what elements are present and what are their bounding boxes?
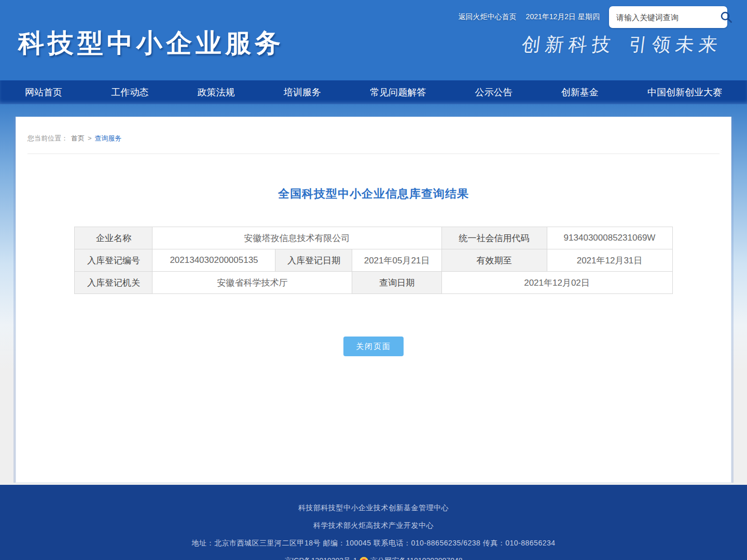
search-icon[interactable] <box>720 10 733 24</box>
credit-code-value: 91340300085231069W <box>547 227 672 249</box>
query-date-label: 查询日期 <box>352 272 441 294</box>
credit-code-label: 统一社会信用代码 <box>441 227 547 249</box>
footer-org-line-1: 科技部科技型中小企业技术创新基金管理中心 <box>0 503 747 513</box>
close-page-button[interactable]: 关闭页面 <box>343 337 404 356</box>
registration-authority-value: 安徽省科学技术厅 <box>153 272 352 294</box>
search-box[interactable] <box>609 6 727 28</box>
nav-item-announcements[interactable]: 公示公告 <box>475 86 512 99</box>
nav-item-home[interactable]: 网站首页 <box>25 86 62 99</box>
registration-date-value: 2021年05月21日 <box>352 249 441 272</box>
breadcrumb-home-link[interactable]: 首页 <box>71 134 85 142</box>
slogan-part-1: 创新科技 <box>521 34 617 55</box>
public-security-badge-icon <box>359 557 368 560</box>
footer-contact-line: 地址：北京市西城区三里河二区甲18号 邮编：100045 联系电话：010-88… <box>0 539 747 548</box>
main-nav: 网站首页 工作动态 政策法规 培训服务 常见问题解答 公示公告 创新基金 中国创… <box>0 80 747 104</box>
site-slogan: 创新科技引领未来 <box>520 32 724 58</box>
table-row: 企业名称 安徽塔孜信息技术有限公司 统一社会信用代码 9134030008523… <box>75 227 672 249</box>
query-result-table: 企业名称 安徽塔孜信息技术有限公司 统一社会信用代码 9134030008523… <box>74 227 672 294</box>
page-background: 您当前位置：首页>查询服务 全国科技型中小企业信息库查询结果 企业名称 安徽塔孜… <box>0 104 747 485</box>
nav-item-policies[interactable]: 政策法规 <box>198 86 235 99</box>
table-row: 入库登记编号 202134030200005135 入库登记日期 2021年05… <box>75 249 672 272</box>
icp-record-link[interactable]: 京ICP备13019302号-1 <box>284 556 357 560</box>
content-panel: 您当前位置：首页>查询服务 全国科技型中小企业信息库查询结果 企业名称 安徽塔孜… <box>16 117 731 483</box>
breadcrumb-prefix: 您当前位置： <box>27 134 68 142</box>
header-top-bar: 返回火炬中心首页 2021年12月2日 星期四 <box>459 6 727 28</box>
page-title: 全国科技型中小企业信息库查询结果 <box>16 186 731 202</box>
breadcrumb-separator: > <box>88 134 92 142</box>
registration-authority-label: 入库登记机关 <box>75 272 153 294</box>
nav-item-faq[interactable]: 常见问题解答 <box>370 86 426 99</box>
nav-item-training[interactable]: 培训服务 <box>284 86 321 99</box>
footer-org-line-2: 科学技术部火炬高技术产业开发中心 <box>0 521 747 530</box>
back-to-torch-center-link[interactable]: 返回火炬中心首页 <box>459 12 517 22</box>
nav-item-innovation-competition[interactable]: 中国创新创业大赛 <box>647 86 722 99</box>
search-input[interactable] <box>616 13 720 22</box>
breadcrumb: 您当前位置：首页>查询服务 <box>27 117 720 154</box>
police-record-link[interactable]: 京公网安备11010202007048 <box>370 556 463 560</box>
button-row: 关闭页面 <box>16 337 731 356</box>
footer-icp-line: 京ICP备13019302号-1 京公网安备11010202007048 <box>0 556 747 560</box>
table-row: 入库登记机关 安徽省科学技术厅 查询日期 2021年12月02日 <box>75 272 672 294</box>
slogan-part-2: 引领未来 <box>628 34 724 55</box>
company-name-label: 企业名称 <box>75 227 153 249</box>
site-footer: 科技部科技型中小企业技术创新基金管理中心 科学技术部火炬高技术产业开发中心 地址… <box>0 485 747 560</box>
valid-until-label: 有效期至 <box>441 249 547 272</box>
site-logo-title: 科技型中小企业服务 <box>18 26 284 61</box>
valid-until-value: 2021年12月31日 <box>547 249 672 272</box>
registration-number-label: 入库登记编号 <box>75 249 153 272</box>
nav-item-work-updates[interactable]: 工作动态 <box>111 86 148 99</box>
current-date-text: 2021年12月2日 星期四 <box>526 12 600 22</box>
company-name-value: 安徽塔孜信息技术有限公司 <box>153 227 441 249</box>
registration-date-label: 入库登记日期 <box>275 249 352 272</box>
query-date-value: 2021年12月02日 <box>441 272 672 294</box>
site-header: 返回火炬中心首页 2021年12月2日 星期四 科技型中小企业服务 创新科技引领… <box>0 0 747 80</box>
registration-number-value: 202134030200005135 <box>153 249 275 272</box>
breadcrumb-current-link[interactable]: 查询服务 <box>95 134 122 142</box>
nav-item-innovation-fund[interactable]: 创新基金 <box>561 86 599 99</box>
